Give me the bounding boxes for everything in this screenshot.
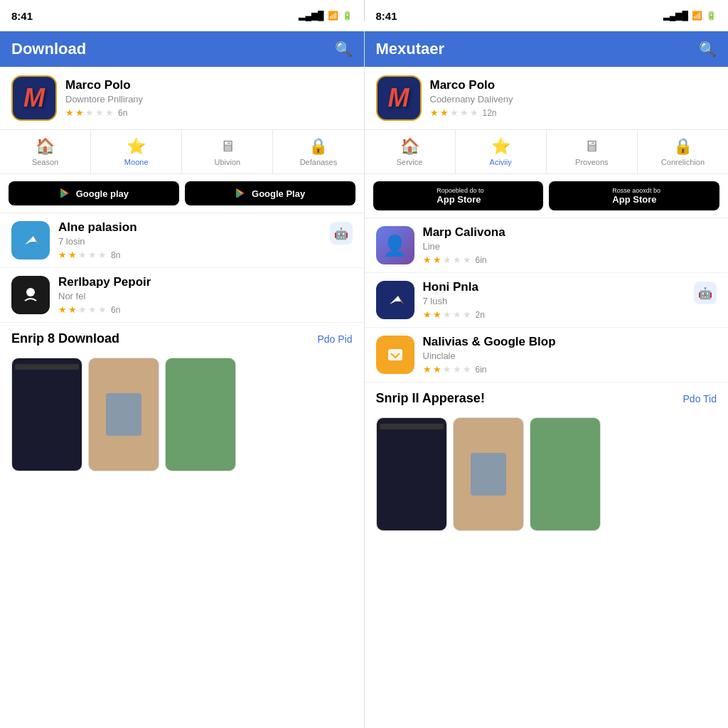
google-play-icon-2 xyxy=(235,187,247,200)
right-app-row-2[interactable]: Nalivias & Google Blop Uinclale ★ ★ ★ ★ … xyxy=(365,328,729,382)
right-panel-title: Mexutaer xyxy=(376,40,445,58)
right-section-link[interactable]: Pdo Tid xyxy=(683,393,717,405)
right-screenshot-2 xyxy=(530,417,601,531)
left-tab-icon-3: 🔒 xyxy=(309,137,328,156)
left-time: 8:41 xyxy=(11,10,33,22)
left-tabs: 🏠 Season ⭐ Moone 🖥 Ubivion 🔒 Defanases xyxy=(0,130,364,174)
right-app-icon-0 xyxy=(376,226,414,264)
right-section-header: Snrip II Apperase! Pdo Tid xyxy=(365,382,729,412)
right-header: Mexutaer 🔍 xyxy=(365,31,729,67)
right-featured-app[interactable]: M Marco Polo Codernany Daliveny ★ ★ ★ ★ … xyxy=(365,67,729,130)
right-tab-icon-1: ⭐ xyxy=(491,137,510,156)
left-tab-ubivion[interactable]: 🖥 Ubivion xyxy=(182,130,273,173)
left-section-header: Enrip 8 Download Pdo Pid xyxy=(0,323,364,352)
right-section-title: Snrip II Apperase! xyxy=(376,391,485,406)
right-app-icon-2 xyxy=(376,336,414,374)
left-tab-icon-0: 🏠 xyxy=(36,137,55,156)
right-status-icons: ▂▄▆█ 📶 🔋 xyxy=(663,11,717,21)
right-screenshot-0 xyxy=(376,417,447,531)
left-featured-info: Marco Polo Downtore Pnllirany ★ ★ ★ ★ ★ … xyxy=(65,78,353,118)
left-app-icon-0 xyxy=(11,221,50,259)
status-bar: 8:41 ▂▄▆█ 📶 🔋 8:41 ▂▄▆█ 📶 🔋 xyxy=(0,0,728,31)
wifi-icon-r: 📶 xyxy=(692,11,702,21)
right-panel: Mexutaer 🔍 M Marco Polo Codernany Dalive… xyxy=(365,31,729,728)
left-google-play-btn-1[interactable]: Google play xyxy=(9,181,179,205)
right-screenshot-1 xyxy=(453,417,524,531)
left-section-link[interactable]: Pdo Pid xyxy=(317,333,352,345)
svg-rect-1 xyxy=(388,349,402,360)
right-store-buttons: Ropoebled do to App Store Rosse aooxdt b… xyxy=(365,174,729,218)
left-screenshot-1 xyxy=(88,358,159,471)
right-app-info-1: Honi Pnla 7 lush ★ ★ ★ ★ ★ 2n xyxy=(423,280,717,320)
left-tab-icon-2: 🖥 xyxy=(220,137,235,156)
left-store-buttons: Google play Google Play xyxy=(0,174,364,213)
svg-point-0 xyxy=(26,288,35,296)
right-appstore-btn-1[interactable]: Ropoebled do to App Store xyxy=(373,181,544,210)
right-tab-icon-2: 🖥 xyxy=(584,137,599,156)
right-app-badge-1: 🤖 xyxy=(694,282,717,304)
left-app-row-0[interactable]: Alne palasion 7 losin ★ ★ ★ ★ ★ 8n 🤖 xyxy=(0,213,364,268)
right-app-info-2: Nalivias & Google Blop Uinclale ★ ★ ★ ★ … xyxy=(423,335,717,375)
left-app-row-1[interactable]: Rerlbapy Pepoir Nor fel ★ ★ ★ ★ ★ 6n xyxy=(0,268,364,323)
right-featured-stars: ★ ★ ★ ★ ★ 12n xyxy=(430,107,717,118)
right-tab-proveons[interactable]: 🖥 Proveons xyxy=(547,130,638,173)
left-app-info-1: Rerlbapy Pepoir Nor fel ★ ★ ★ ★ ★ 6n xyxy=(58,275,353,315)
right-app-row-1[interactable]: Honi Pnla 7 lush ★ ★ ★ ★ ★ 2n 🤖 xyxy=(365,273,729,328)
battery-icon-r: 🔋 xyxy=(706,11,717,21)
left-screenshots xyxy=(0,352,364,483)
right-tab-service[interactable]: 🏠 Service xyxy=(365,130,456,173)
left-tab-moone[interactable]: ⭐ Moone xyxy=(91,130,182,173)
left-featured-subtitle: Downtore Pnllirany xyxy=(65,94,353,105)
left-header: Download 🔍 xyxy=(0,31,364,67)
left-app-badge-0: 🤖 xyxy=(330,222,353,245)
signal-icon-r: ▂▄▆█ xyxy=(663,11,688,21)
signal-icon: ▂▄▆█ xyxy=(299,11,323,21)
right-tab-icon-3: 🔒 xyxy=(673,137,692,156)
left-google-play-btn-2[interactable]: Google Play xyxy=(185,181,355,205)
left-featured-app[interactable]: M Marco Polo Downtore Pnllirany ★ ★ ★ ★ … xyxy=(0,67,364,130)
left-app-list: Alne palasion 7 losin ★ ★ ★ ★ ★ 8n 🤖 xyxy=(0,213,364,323)
right-tab-conrelichion[interactable]: 🔒 Conrelichion xyxy=(638,130,728,173)
right-featured-subtitle: Codernany Daliveny xyxy=(430,94,717,105)
left-app-icon-1 xyxy=(11,276,50,314)
left-search-icon[interactable]: 🔍 xyxy=(335,41,353,58)
left-featured-stars: ★ ★ ★ ★ ★ 6n xyxy=(65,107,353,118)
panels-container: Download 🔍 M Marco Polo Downtore Pnllira… xyxy=(0,31,728,728)
battery-icon: 🔋 xyxy=(342,11,353,21)
left-status: 8:41 ▂▄▆█ 📶 🔋 xyxy=(0,0,364,31)
left-tab-icon-1: ⭐ xyxy=(127,137,146,156)
left-status-icons: ▂▄▆█ 📶 🔋 xyxy=(299,11,352,21)
right-app-list: Marp Calivona Line ★ ★ ★ ★ ★ 6in xyxy=(365,218,729,382)
right-tab-aciviiy[interactable]: ⭐ Aciviiy xyxy=(456,130,547,173)
right-featured-icon: M xyxy=(376,75,422,121)
left-featured-icon: M xyxy=(11,75,57,121)
right-featured-name: Marco Polo xyxy=(430,78,717,92)
right-rating-count: 12n xyxy=(483,108,497,118)
right-appstore-btn-2[interactable]: Rosse aooxdt bo App Store xyxy=(549,181,719,210)
right-tab-icon-0: 🏠 xyxy=(400,137,419,156)
right-tabs: 🏠 Service ⭐ Aciviiy 🖥 Proveons 🔒 Conreli… xyxy=(365,130,729,174)
right-status: 8:41 ▂▄▆█ 📶 🔋 xyxy=(365,0,729,31)
right-time: 8:41 xyxy=(376,10,397,22)
right-screenshots xyxy=(365,412,729,542)
wifi-icon: 📶 xyxy=(328,11,338,21)
left-tab-season[interactable]: 🏠 Season xyxy=(0,130,91,173)
left-app-info-0: Alne palasion 7 losin ★ ★ ★ ★ ★ 8n xyxy=(58,220,353,260)
google-play-icon-1 xyxy=(59,187,72,200)
right-app-row-0[interactable]: Marp Calivona Line ★ ★ ★ ★ ★ 6in xyxy=(365,218,729,273)
left-screenshot-2 xyxy=(165,358,236,471)
right-app-icon-1 xyxy=(376,281,414,319)
left-panel-title: Download xyxy=(11,40,86,58)
left-rating-count: 6n xyxy=(118,108,127,118)
left-featured-name: Marco Polo xyxy=(65,78,353,92)
right-search-icon[interactable]: 🔍 xyxy=(699,41,717,58)
right-featured-info: Marco Polo Codernany Daliveny ★ ★ ★ ★ ★ … xyxy=(430,78,717,118)
right-app-info-0: Marp Calivona Line ★ ★ ★ ★ ★ 6in xyxy=(423,225,717,265)
left-panel: Download 🔍 M Marco Polo Downtore Pnllira… xyxy=(0,31,365,728)
left-section-title: Enrip 8 Download xyxy=(11,331,119,346)
left-screenshot-0 xyxy=(11,358,82,471)
left-tab-defanases[interactable]: 🔒 Defanases xyxy=(273,130,363,173)
